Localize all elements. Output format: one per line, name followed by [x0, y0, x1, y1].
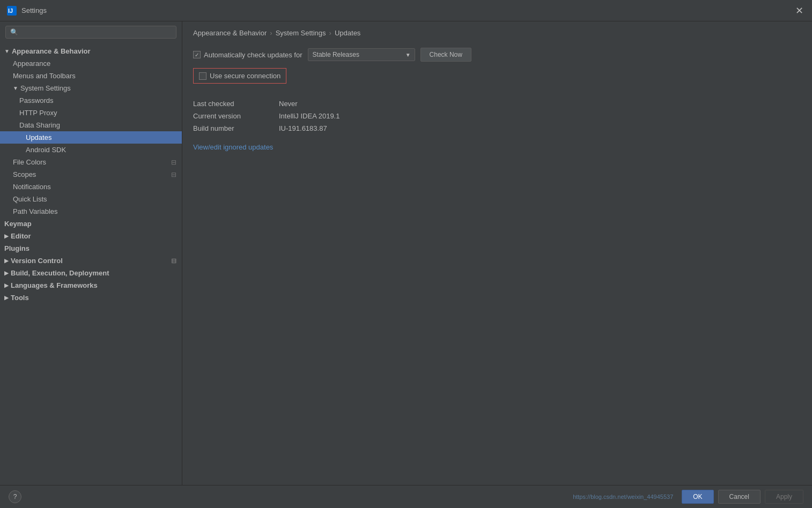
- sidebar-item-file-colors[interactable]: File Colors⊟: [0, 156, 182, 168]
- sidebar-label-appearance-behavior: Appearance & Behavior: [12, 47, 91, 55]
- sidebar-label-menus-toolbars: Menus and Toolbars: [13, 72, 76, 80]
- info-label: Current version: [193, 112, 279, 120]
- tree-arrow-icon: ▶: [4, 270, 9, 276]
- sidebar-item-plugins[interactable]: Plugins: [0, 242, 182, 255]
- release-type-dropdown-wrapper: Stable ReleasesBeta ReleasesEarly Access…: [308, 48, 415, 61]
- breadcrumb-item-3: Updates: [335, 29, 360, 37]
- badge-icon-scopes: ⊟: [171, 171, 176, 178]
- sidebar-label-passwords: Passwords: [19, 96, 54, 104]
- sidebar-label-android-sdk: Android SDK: [26, 146, 66, 154]
- sidebar-label-http-proxy: HTTP Proxy: [19, 109, 57, 117]
- window-title: Settings: [21, 6, 793, 14]
- sidebar-item-keymap[interactable]: Keymap: [0, 218, 182, 230]
- search-input[interactable]: [5, 26, 176, 39]
- auto-check-row: Automatically check updates for Stable R…: [193, 48, 801, 62]
- breadcrumb-sep-2: ›: [329, 29, 331, 37]
- tree-arrow-icon: ▼: [4, 48, 10, 54]
- cancel-button[interactable]: Cancel: [718, 490, 761, 504]
- sidebar-item-tools[interactable]: ▶Tools: [0, 292, 182, 304]
- info-row: Last checked Never: [193, 100, 801, 108]
- secure-connection-row[interactable]: Use secure connection: [193, 68, 286, 84]
- sidebar-item-data-sharing[interactable]: Data Sharing: [0, 119, 182, 131]
- content-area: Appearance & Behavior › System Settings …: [182, 21, 812, 485]
- main-layout: ▼Appearance & BehaviorAppearanceMenus an…: [0, 21, 812, 485]
- sidebar-item-scopes[interactable]: Scopes⊟: [0, 168, 182, 181]
- svg-text:IJ: IJ: [8, 8, 13, 14]
- sidebar-item-quick-lists[interactable]: Quick Lists: [0, 193, 182, 205]
- badge-icon-file-colors: ⊟: [171, 159, 176, 166]
- sidebar-item-appearance-behavior[interactable]: ▼Appearance & Behavior: [0, 45, 182, 57]
- sidebar-item-notifications[interactable]: Notifications: [0, 181, 182, 193]
- sidebar-label-updates: Updates: [26, 133, 51, 141]
- sidebar-label-path-variables: Path Variables: [13, 207, 58, 215]
- app-icon: IJ: [6, 5, 17, 16]
- tree-arrow-icon: ▼: [13, 85, 18, 91]
- sidebar-item-path-variables[interactable]: Path Variables: [0, 205, 182, 218]
- sidebar-label-keymap: Keymap: [4, 220, 32, 228]
- sidebar-item-system-settings[interactable]: ▼System Settings: [0, 82, 182, 94]
- info-label: Last checked: [193, 100, 279, 108]
- footer-left: ?: [9, 490, 569, 503]
- sidebar-label-languages-frameworks: Languages & Frameworks: [11, 281, 98, 289]
- title-bar: IJ Settings ✕: [0, 0, 812, 21]
- sidebar-label-build-execution: Build, Execution, Deployment: [11, 269, 109, 277]
- ok-button[interactable]: OK: [682, 490, 713, 504]
- release-type-dropdown[interactable]: Stable ReleasesBeta ReleasesEarly Access…: [308, 48, 415, 61]
- info-row: Build number IU-191.6183.87: [193, 124, 801, 132]
- info-value: Never: [279, 100, 298, 108]
- secure-connection-checkbox[interactable]: [199, 72, 206, 80]
- sidebar-tree: ▼Appearance & BehaviorAppearanceMenus an…: [0, 43, 182, 485]
- sidebar-item-passwords[interactable]: Passwords: [0, 94, 182, 107]
- breadcrumb-item-2: System Settings: [276, 29, 326, 37]
- auto-check-checkbox[interactable]: [193, 51, 201, 58]
- view-ignored-updates-link[interactable]: View/edit ignored updates: [193, 143, 273, 151]
- sidebar-label-notifications: Notifications: [13, 183, 51, 191]
- sidebar-label-version-control: Version Control: [11, 257, 63, 265]
- info-label: Build number: [193, 124, 279, 132]
- settings-content: Automatically check updates for Stable R…: [182, 42, 812, 485]
- sidebar-label-tools: Tools: [11, 294, 29, 302]
- sidebar-label-data-sharing: Data Sharing: [19, 121, 60, 129]
- info-table: Last checked Never Current version Intel…: [193, 100, 801, 132]
- tree-arrow-icon: ▶: [4, 258, 9, 264]
- breadcrumb-sep-1: ›: [270, 29, 272, 37]
- close-button[interactable]: ✕: [793, 5, 806, 17]
- apply-button[interactable]: Apply: [765, 490, 803, 504]
- sidebar-label-editor: Editor: [11, 232, 31, 240]
- info-value: IU-191.6183.87: [279, 124, 327, 132]
- tree-arrow-icon: ▶: [4, 233, 9, 239]
- sidebar-item-http-proxy[interactable]: HTTP Proxy: [0, 107, 182, 119]
- auto-check-checkbox-wrapper[interactable]: Automatically check updates for: [193, 51, 302, 59]
- sidebar-item-android-sdk[interactable]: Android SDK: [0, 144, 182, 156]
- sidebar-item-version-control[interactable]: ▶Version Control⊟: [0, 255, 182, 267]
- secure-connection-label: Use secure connection: [210, 72, 280, 80]
- tree-arrow-icon: ▶: [4, 282, 9, 288]
- breadcrumb-item-1: Appearance & Behavior: [193, 29, 267, 37]
- sidebar: ▼Appearance & BehaviorAppearanceMenus an…: [0, 21, 182, 485]
- info-row: Current version IntelliJ IDEA 2019.1: [193, 112, 801, 120]
- tree-arrow-icon: ▶: [4, 295, 9, 301]
- sidebar-item-appearance[interactable]: Appearance: [0, 57, 182, 70]
- info-value: IntelliJ IDEA 2019.1: [279, 112, 339, 120]
- sidebar-label-system-settings: System Settings: [20, 84, 71, 92]
- badge-icon-version-control: ⊟: [171, 257, 176, 265]
- sidebar-item-languages-frameworks[interactable]: ▶Languages & Frameworks: [0, 279, 182, 292]
- sidebar-label-scopes: Scopes: [13, 170, 36, 178]
- sidebar-item-menus-toolbars[interactable]: Menus and Toolbars: [0, 70, 182, 82]
- check-now-button[interactable]: Check Now: [420, 48, 471, 62]
- auto-check-label: Automatically check updates for: [204, 51, 302, 59]
- footer: ? https://blog.csdn.net/weixin_44945537 …: [0, 485, 812, 508]
- sidebar-item-updates[interactable]: Updates: [0, 131, 182, 144]
- sidebar-item-editor[interactable]: ▶Editor: [0, 230, 182, 242]
- sidebar-label-plugins: Plugins: [4, 244, 29, 252]
- breadcrumb: Appearance & Behavior › System Settings …: [182, 21, 812, 42]
- sidebar-label-file-colors: File Colors: [13, 158, 46, 166]
- sidebar-label-quick-lists: Quick Lists: [13, 195, 47, 203]
- help-button[interactable]: ?: [9, 490, 21, 503]
- sidebar-label-appearance: Appearance: [13, 59, 50, 68]
- sidebar-item-build-execution[interactable]: ▶Build, Execution, Deployment: [0, 267, 182, 279]
- status-url: https://blog.csdn.net/weixin_44945537: [573, 494, 677, 500]
